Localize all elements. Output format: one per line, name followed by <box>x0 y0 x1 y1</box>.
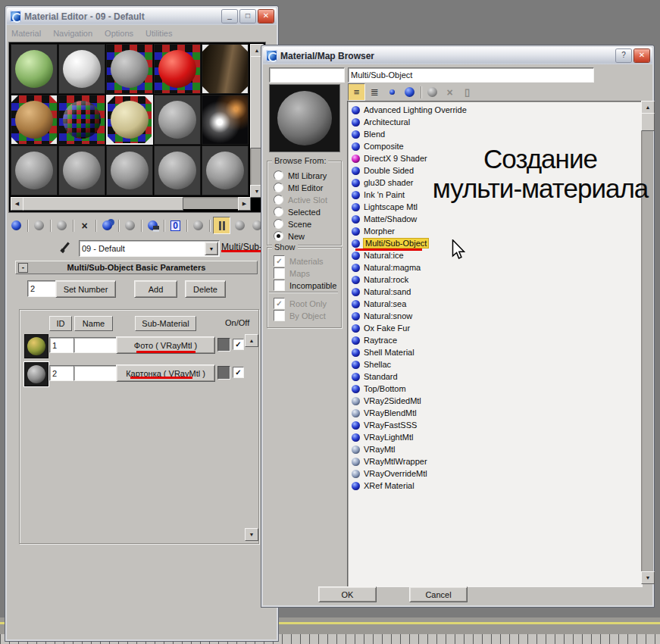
material-item-natural-snow[interactable]: Natural:snow <box>348 310 642 322</box>
material-slot-6[interactable] <box>11 95 58 145</box>
view-large-icons-icon[interactable] <box>402 84 418 100</box>
material-item-ox-fake-fur[interactable]: Ox Fake Fur <box>348 322 642 334</box>
slots-hscroll-thumb[interactable] <box>23 197 183 211</box>
material-count-field[interactable]: 2 <box>27 280 57 297</box>
help-button[interactable]: ? <box>616 49 631 62</box>
slots-vertical-scrollbar[interactable]: ▲ ▼ <box>250 44 262 196</box>
sub-material-id-field[interactable]: 1 <box>49 337 77 353</box>
radio-scene[interactable]: Scene <box>274 219 311 229</box>
add-button[interactable]: Add <box>134 280 177 298</box>
set-number-button[interactable]: Set Number <box>55 280 116 298</box>
material-item-vray2sidedmtl[interactable]: VRay2SidedMtl <box>348 395 642 407</box>
material-item-morpher[interactable]: Morpher <box>348 225 642 237</box>
material-item-vraylightmtl[interactable]: VRayLightMtl <box>348 431 642 443</box>
rollout-header[interactable]: - Multi/Sub-Object Basic Parameters <box>15 261 258 274</box>
material-item-vrayblendmtl[interactable]: VRayBlendMtl <box>348 407 642 419</box>
material-slot-3[interactable] <box>106 44 153 94</box>
view-small-icons-icon[interactable] <box>384 84 400 100</box>
material-item-matte-shadow[interactable]: Matte/Shadow <box>348 213 642 225</box>
material-slot-11[interactable] <box>11 145 58 195</box>
material-slot-1[interactable] <box>11 44 58 94</box>
scroll-up-icon[interactable]: ▲ <box>641 101 655 114</box>
minimize-button[interactable]: _ <box>222 10 237 23</box>
close-button[interactable]: ✕ <box>258 10 274 23</box>
material-id-channel-icon[interactable]: 0 <box>167 217 183 233</box>
sub-material-thumbnail[interactable] <box>24 362 48 386</box>
column-header-sub-material[interactable]: Sub-Material <box>135 316 196 331</box>
material-item-xref-material[interactable]: XRef Material <box>348 480 642 492</box>
material-slot-7[interactable] <box>58 95 105 145</box>
column-header-name[interactable]: Name <box>74 316 113 331</box>
selected-material-name-field[interactable]: Multi/Sub-Object <box>348 67 594 83</box>
view-list-plus-icons-icon[interactable]: ≣ <box>367 84 383 100</box>
sub-material-onoff-checkbox[interactable]: ✓ <box>233 339 244 350</box>
material-item-vraymtlwrapper[interactable]: VRayMtlWrapper <box>348 455 642 467</box>
column-header-id[interactable]: ID <box>49 316 72 331</box>
scroll-left-icon[interactable]: ◀ <box>11 197 23 211</box>
material-slot-10[interactable] <box>202 95 249 145</box>
menu-material[interactable]: Material <box>11 29 41 38</box>
material-slot-15[interactable] <box>202 145 249 195</box>
material-item-natural-sand[interactable]: Natural:sand <box>348 286 642 298</box>
sub-material-id-field[interactable]: 2 <box>49 365 77 381</box>
cancel-button[interactable]: Cancel <box>409 586 468 602</box>
material-item-standard[interactable]: Standard <box>348 370 642 383</box>
search-input[interactable] <box>269 67 345 83</box>
sub-material-name-field[interactable] <box>74 365 117 381</box>
make-material-copy-icon[interactable] <box>99 217 115 233</box>
material-item-multi-sub-object[interactable]: Multi/Sub-Object <box>348 237 642 249</box>
material-item-raytrace[interactable]: Raytrace <box>348 334 642 346</box>
pick-material-eyedropper-icon[interactable] <box>60 241 72 255</box>
material-item-top-bottom[interactable]: Top/Bottom <box>348 383 642 395</box>
material-name-combobox[interactable]: 09 - Default ▼ <box>79 240 220 257</box>
material-item-vraymtl[interactable]: VRayMtl <box>348 443 642 455</box>
material-item-natural-magma[interactable]: Natural:magma <box>348 261 642 274</box>
show-end-result-icon[interactable] <box>213 217 230 234</box>
material-item-vrayfastsss[interactable]: VRayFastSSS <box>348 419 642 431</box>
delete-button[interactable]: Delete <box>185 280 226 298</box>
sub-material-button[interactable]: Картонка ( VRayMtl ) <box>116 364 215 382</box>
sub-material-onoff-checkbox[interactable]: ✓ <box>233 367 244 378</box>
material-slot-5[interactable] <box>202 44 249 94</box>
material-slot-8[interactable] <box>106 95 153 145</box>
material-item-architectural[interactable]: Architectural <box>348 116 642 128</box>
table-scroll-down-icon[interactable]: ▼ <box>245 528 258 541</box>
radio-new[interactable]: New <box>274 231 305 241</box>
close-button[interactable]: ✕ <box>634 49 649 62</box>
table-scroll-up-icon[interactable]: ▲ <box>245 334 258 347</box>
maximize-button[interactable]: □ <box>240 10 255 23</box>
material-item-blend[interactable]: Blend <box>348 128 642 140</box>
get-material-icon[interactable] <box>8 217 24 233</box>
sub-material-color-swatch[interactable] <box>217 366 230 380</box>
menu-options[interactable]: Options <box>105 29 133 38</box>
material-slot-12[interactable] <box>58 145 105 195</box>
scroll-down-icon[interactable]: ▼ <box>641 571 655 584</box>
material-slot-2[interactable] <box>58 44 105 94</box>
browser-titlebar[interactable]: Material/Map Browser ? ✕ <box>263 47 652 64</box>
material-item-advanced-lighting-override[interactable]: Advanced Lighting Override <box>348 104 642 116</box>
put-to-library-icon[interactable] <box>145 217 161 233</box>
scroll-right-icon[interactable]: ▶ <box>238 197 251 211</box>
list-vscroll-thumb[interactable] <box>641 113 655 131</box>
combobox-dropdown-icon[interactable]: ▼ <box>205 242 218 255</box>
material-item-natural-sea[interactable]: Natural:sea <box>348 298 642 310</box>
radio-selected[interactable]: Selected <box>274 207 321 217</box>
ok-button[interactable]: OK <box>318 586 377 602</box>
radio-mtl-library[interactable]: Mtl Library <box>274 170 327 180</box>
material-item-natural-rock[interactable]: Natural:rock <box>348 274 642 286</box>
slots-horizontal-scrollbar[interactable]: ◀ ▶ <box>11 197 249 209</box>
radio-mtl-editor[interactable]: Mtl Editor <box>274 183 323 192</box>
checkbox-incompatible[interactable]: Incompatible <box>274 280 336 291</box>
material-item-shell-material[interactable]: Shell Material <box>348 346 642 358</box>
material-item-vrayoverridemtl[interactable]: VRayOverrideMtl <box>348 467 642 480</box>
menu-utilities[interactable]: Utilities <box>145 29 172 38</box>
sub-material-thumbnail[interactable] <box>24 334 48 358</box>
menu-navigation[interactable]: Navigation <box>53 29 92 38</box>
reset-map-icon[interactable]: × <box>77 217 92 233</box>
material-slot-14[interactable] <box>154 145 201 195</box>
rollout-collapse-icon[interactable]: - <box>18 263 28 273</box>
material-slot-4[interactable] <box>154 44 201 94</box>
material-editor-titlebar[interactable]: Material Editor - 09 - Default _ □ ✕ <box>7 8 277 25</box>
material-slot-9[interactable] <box>154 95 201 145</box>
material-slot-13[interactable] <box>106 145 153 195</box>
